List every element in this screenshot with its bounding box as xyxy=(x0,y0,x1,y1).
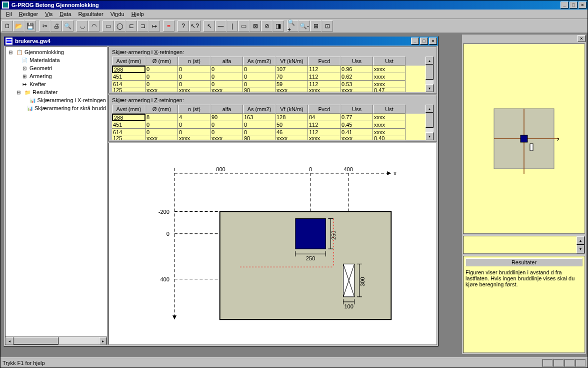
tree-h-scrollbar[interactable]: ◂ ▸ xyxy=(6,336,107,344)
tree-item[interactable]: 📊Skjærarmering for skrå brudd xyxy=(6,104,106,112)
table-cell[interactable]: xxxx xyxy=(178,88,210,92)
table-cell[interactable]: 0 xyxy=(243,73,276,81)
table-row[interactable]: 28800001071120.96xxxx xyxy=(112,66,426,73)
table-row[interactable]: 4510000501120.45xxxx xyxy=(112,121,426,129)
open-button[interactable]: 📂 xyxy=(13,21,24,32)
table-cell[interactable]: xxxx xyxy=(340,88,373,92)
table-cell[interactable]: xxxx xyxy=(146,136,178,140)
table-cell[interactable]: xxxx xyxy=(308,88,340,92)
column-header[interactable]: Fvcd xyxy=(308,105,340,114)
table-cell[interactable]: 90 xyxy=(243,136,276,140)
table-cell[interactable]: 0.53 xyxy=(340,81,373,88)
column-header[interactable]: alfa xyxy=(210,105,243,114)
column-header[interactable]: alfa xyxy=(210,57,243,66)
new-button[interactable]: 🗋 xyxy=(2,21,13,32)
table-cell[interactable]: 0 xyxy=(146,129,178,136)
table-cell[interactable]: 90 xyxy=(210,114,243,121)
menu-rediger[interactable]: Rediger xyxy=(16,10,42,18)
table-cell[interactable]: 0 xyxy=(146,121,178,129)
navigation-tree[interactable]: ⊟ 📋 Gjennomlokking 📄Materialdata⊡Geometr… xyxy=(6,47,107,336)
doc-close-button[interactable]: × xyxy=(429,38,437,45)
table-cell[interactable]: 0 xyxy=(146,66,178,73)
column-header[interactable]: Avst (mm) xyxy=(112,57,146,66)
column-header[interactable]: Avst (mm) xyxy=(112,105,146,114)
doc-minimize-button[interactable]: _ xyxy=(411,38,419,45)
column-header[interactable]: Ust xyxy=(373,105,406,114)
minimize-button[interactable]: _ xyxy=(560,2,568,9)
table-cell[interactable]: 0 xyxy=(178,81,210,88)
preview-box[interactable]: x xyxy=(463,44,585,234)
table-cell[interactable]: 0.41 xyxy=(340,129,373,136)
tree-resultater[interactable]: ⊟ 📁 Resultater xyxy=(6,88,106,96)
zoom-out-button[interactable]: 🔍- xyxy=(298,21,310,32)
column-header[interactable]: Ø (mm) xyxy=(146,105,178,114)
context-help-button[interactable]: ↖? xyxy=(189,21,200,32)
tool-d[interactable]: ⊐ xyxy=(137,21,148,32)
table-cell[interactable]: 0 xyxy=(178,73,210,81)
tool-rect[interactable]: ▭ xyxy=(102,21,114,32)
column-header[interactable]: As (mm2) xyxy=(243,57,276,66)
table-cell[interactable]: 0 xyxy=(243,66,276,73)
table-cell[interactable]: 451 xyxy=(112,121,146,129)
table-z-body[interactable]: 2888490163128840.77xxxx4510000501120.45x… xyxy=(112,114,426,140)
fill-tool[interactable]: ◨ xyxy=(272,21,284,32)
tool-c[interactable]: ⊏ xyxy=(126,21,137,32)
scroll-right-button[interactable]: ▸ xyxy=(99,337,107,345)
column-header[interactable]: As (mm2) xyxy=(243,105,276,114)
table-cell[interactable]: 70 xyxy=(276,73,308,81)
table-cell[interactable]: 0 xyxy=(210,66,243,73)
table-cell[interactable]: xxxx xyxy=(276,88,308,92)
print-button[interactable]: 🖨 xyxy=(50,21,62,32)
table-cell[interactable]: 112 xyxy=(308,66,340,73)
table-cell[interactable]: 125 xyxy=(112,136,146,140)
table-cell[interactable]: 614 xyxy=(112,129,146,136)
help-button[interactable]: ? xyxy=(178,21,189,32)
scroll-left-button[interactable]: ◂ xyxy=(6,337,14,345)
calc-button[interactable]: = xyxy=(163,21,174,32)
table-cell[interactable]: 0.77 xyxy=(340,114,373,121)
column-header[interactable]: n (st) xyxy=(178,105,210,114)
table-cell[interactable]: 112 xyxy=(308,129,340,136)
tool-e[interactable]: ↦ xyxy=(148,21,160,32)
table-cell[interactable]: 112 xyxy=(308,73,340,81)
table-cell[interactable]: 0.47 xyxy=(373,88,406,92)
arrow-tool[interactable]: ↖ xyxy=(204,21,215,32)
scroll-up-button[interactable]: ▴ xyxy=(576,236,584,245)
table-cell[interactable]: xxxx xyxy=(373,121,406,129)
table-cell[interactable]: 0.96 xyxy=(340,66,373,73)
table-cell[interactable]: 0 xyxy=(210,129,243,136)
table-row[interactable]: 125xxxxxxxxxxxx90xxxxxxxxxxxx0.40 xyxy=(112,136,426,140)
zoom-in-button[interactable]: 🔍+ xyxy=(287,21,298,32)
scroll-down-button[interactable]: ▾ xyxy=(426,84,434,92)
table-cell[interactable]: xxxx xyxy=(276,136,308,140)
table-cell[interactable]: 614 xyxy=(112,81,146,88)
menu-vindu[interactable]: Vindu xyxy=(107,10,128,18)
cross-tool[interactable]: ⊠ xyxy=(250,21,261,32)
line-h-tool[interactable]: — xyxy=(215,21,226,32)
table-cell[interactable]: 50 xyxy=(276,121,308,129)
table-cell[interactable]: 46 xyxy=(276,129,308,136)
table-cell[interactable]: 0 xyxy=(243,81,276,88)
table-cell[interactable]: 288 xyxy=(112,66,146,73)
tree-item[interactable]: 📊Skjærarmering i X-retningen xyxy=(6,96,106,104)
main-titlebar[interactable]: G-PROG Betong Gjennomlokking _ □ × xyxy=(0,1,588,10)
table-cell[interactable]: 0 xyxy=(178,129,210,136)
menu-resultater[interactable]: Resultater xyxy=(75,10,107,18)
close-button[interactable]: × xyxy=(578,2,586,9)
table-z-scrollbar[interactable]: ▴ ▾ xyxy=(426,105,434,140)
menu-data[interactable]: Data xyxy=(56,10,74,18)
table-cell[interactable]: xxxx xyxy=(373,73,406,81)
table-row[interactable]: 125xxxxxxxxxxxx90xxxxxxxxxxxx0.47 xyxy=(112,88,426,92)
table-cell[interactable]: 112 xyxy=(308,121,340,129)
table-cell[interactable]: xxxx xyxy=(373,81,406,88)
table-cell[interactable]: 112 xyxy=(308,81,340,88)
column-header[interactable]: Uss xyxy=(340,57,373,66)
table-cell[interactable]: xxxx xyxy=(178,136,210,140)
table-cell[interactable]: 0 xyxy=(243,129,276,136)
table-cell[interactable]: 125 xyxy=(112,88,146,92)
table-cell[interactable]: 0 xyxy=(243,121,276,129)
table-cell[interactable]: 0 xyxy=(146,81,178,88)
column-header[interactable]: Ø (mm) xyxy=(146,57,178,66)
table-cell[interactable]: xxxx xyxy=(373,129,406,136)
table-cell[interactable]: 84 xyxy=(308,114,340,121)
